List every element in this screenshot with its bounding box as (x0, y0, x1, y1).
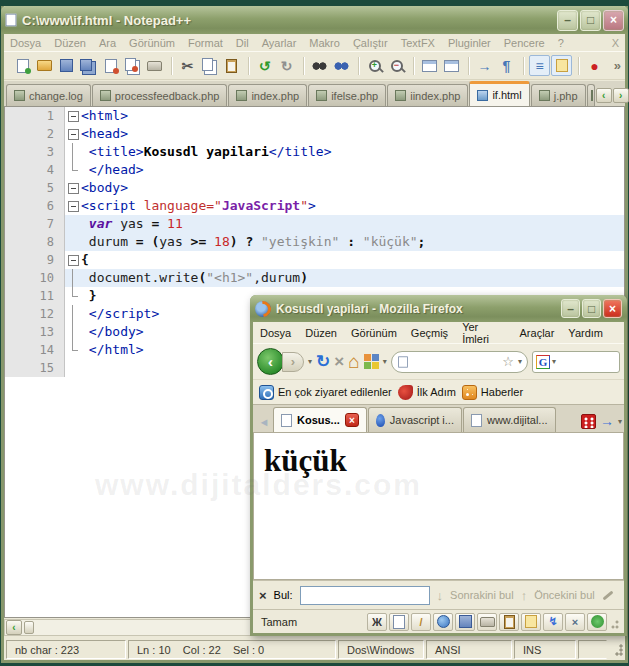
fold-marker[interactable] (65, 197, 81, 215)
menu-item[interactable]: Araçlar (520, 327, 555, 339)
menu-item[interactable]: Düzen (305, 327, 337, 339)
close-all-icon[interactable] (122, 55, 143, 76)
ff-minimize-button[interactable]: – (561, 299, 580, 318)
bookmark-star-icon[interactable]: ☆ (502, 354, 514, 369)
fold-marker[interactable] (65, 107, 81, 125)
doc-map-icon[interactable] (551, 55, 572, 76)
print-icon[interactable] (144, 55, 165, 76)
find-input[interactable] (300, 586, 430, 605)
find-next-button[interactable]: Sonrakini bul (450, 589, 514, 601)
paste-icon[interactable] (221, 55, 242, 76)
menu-item[interactable]: Dosya (10, 37, 41, 49)
menu-item[interactable]: Ara (99, 37, 116, 49)
fold-marker[interactable] (65, 179, 81, 197)
note-icon[interactable] (521, 613, 541, 631)
history-dropdown-icon[interactable]: ▾ (308, 357, 312, 366)
ff-resize-grip[interactable] (610, 613, 620, 631)
copy-icon[interactable] (199, 55, 220, 76)
doc-close-icon[interactable]: X (612, 37, 619, 49)
menu-item[interactable]: ? (558, 37, 564, 49)
find-prev-button[interactable]: Öncekini bul (534, 589, 595, 601)
edit-pencil-icon[interactable]: / (411, 613, 431, 631)
menu-item[interactable]: Yer İmleri (462, 321, 505, 345)
replace-icon[interactable] (331, 55, 352, 76)
editor-tab[interactable]: change.log (6, 84, 91, 106)
menu-item[interactable]: Dosya (260, 327, 291, 339)
highlight-all-icon[interactable] (602, 590, 613, 600)
menu-item[interactable]: Görünüm (351, 327, 397, 339)
ff-close-button[interactable]: × (603, 299, 622, 318)
bookmark-item[interactable]: En çok ziyaret edilenler (259, 385, 392, 400)
menu-item[interactable]: Dil (236, 37, 249, 49)
tab-scroll-left-icon[interactable]: ◂ (255, 412, 273, 432)
clipboard-icon[interactable] (499, 613, 519, 631)
print-icon[interactable] (477, 613, 497, 631)
browser-tab[interactable]: www.dijital... (463, 407, 556, 432)
firefox-titlebar[interactable]: Kosusdl yapilari - Mozilla Firefox – □ × (250, 295, 627, 322)
ff-maximize-button[interactable]: □ (582, 299, 601, 318)
grid-dropdown-icon[interactable]: ▾ (383, 357, 387, 366)
view-globe-icon[interactable] (433, 613, 453, 631)
editor-tab[interactable]: if.html (469, 81, 529, 106)
scrollbar-left-arrow[interactable]: ‹ (6, 620, 22, 635)
home-button[interactable]: ⌂ (348, 352, 359, 371)
resize-grip[interactable] (609, 638, 625, 660)
tab-scroll-right-button[interactable]: › (613, 88, 629, 103)
tab-scroll-right-icon[interactable]: → (600, 413, 614, 429)
reload-button[interactable]: ↻ (316, 353, 330, 370)
undo-icon[interactable]: ↺ (254, 55, 275, 76)
save-icon[interactable] (455, 613, 475, 631)
menu-item[interactable]: Pluginler (448, 37, 491, 49)
notepadpp-titlebar[interactable]: C:\www\if.html - Notepad++ – □ × (1, 6, 628, 34)
menu-item[interactable]: Görünüm (129, 37, 175, 49)
macro-record-icon[interactable]: ● (584, 55, 605, 76)
toolbar-overflow-icon[interactable]: » (614, 58, 621, 73)
close-icon[interactable] (100, 55, 121, 76)
menu-item[interactable]: Makro (309, 37, 340, 49)
sync-vertical-icon[interactable] (419, 55, 440, 76)
info-icon[interactable] (587, 613, 607, 631)
theme-grid-icon[interactable] (364, 354, 379, 369)
stop-button[interactable]: × (334, 353, 344, 370)
new-page-icon[interactable] (389, 613, 409, 631)
findbar-close-icon[interactable]: × (259, 588, 267, 603)
console-bug-icon[interactable]: Ж (367, 613, 387, 631)
open-icon[interactable] (34, 55, 55, 76)
forward-button[interactable]: › (282, 352, 304, 372)
editor-tab[interactable]: iindex.php (387, 84, 468, 106)
editor-tab[interactable]: processfeedback.php (92, 84, 228, 106)
bookmark-item[interactable]: İlk Adım (398, 385, 456, 400)
find-next-arrow-icon[interactable]: ↓ (437, 588, 444, 603)
extension-grid-icon[interactable] (581, 414, 596, 429)
urlbar-dropdown-icon[interactable]: ▾ (518, 357, 522, 366)
zoom-out-icon[interactable]: − (386, 55, 407, 76)
menu-item[interactable]: Ayarlar (262, 37, 297, 49)
editor-tab[interactable]: i (587, 84, 595, 106)
menu-item[interactable]: Pencere (504, 37, 545, 49)
search-box[interactable]: G ▾ (532, 351, 620, 373)
editor-tab[interactable]: index.php (228, 84, 307, 106)
editor-tab[interactable]: j.php (531, 84, 586, 106)
save-all-icon[interactable] (78, 55, 99, 76)
browser-tab[interactable]: Javascript i... (368, 407, 462, 432)
tab-scroll-left-button[interactable]: ‹ (596, 88, 612, 103)
search-engine-dropdown-icon[interactable]: ▾ (552, 357, 556, 366)
menu-item[interactable]: Yardım (568, 327, 603, 339)
scrollbar-thumb[interactable] (24, 621, 34, 634)
bookmark-item[interactable]: Haberler (462, 385, 523, 400)
menu-item[interactable]: Düzen (54, 37, 86, 49)
sync-horizontal-icon[interactable] (441, 55, 462, 76)
editor-tab[interactable]: ifelse.php (308, 84, 386, 106)
menu-item[interactable]: Format (188, 37, 223, 49)
lightning-icon[interactable]: ↯ (543, 613, 563, 631)
doc-switcher-icon[interactable]: ≡ (529, 55, 550, 76)
zoom-in-icon[interactable]: + (364, 55, 385, 76)
fold-marker[interactable] (65, 125, 81, 143)
tab-close-icon[interactable]: × (345, 413, 359, 427)
find-icon[interactable] (309, 55, 330, 76)
find-prev-arrow-icon[interactable]: ↑ (521, 588, 528, 603)
location-bar[interactable]: ☆ ▾ (391, 351, 528, 373)
redo-icon[interactable]: ↻ (276, 55, 297, 76)
menu-item[interactable]: Çalıştır (353, 37, 388, 49)
save-icon[interactable] (56, 55, 77, 76)
